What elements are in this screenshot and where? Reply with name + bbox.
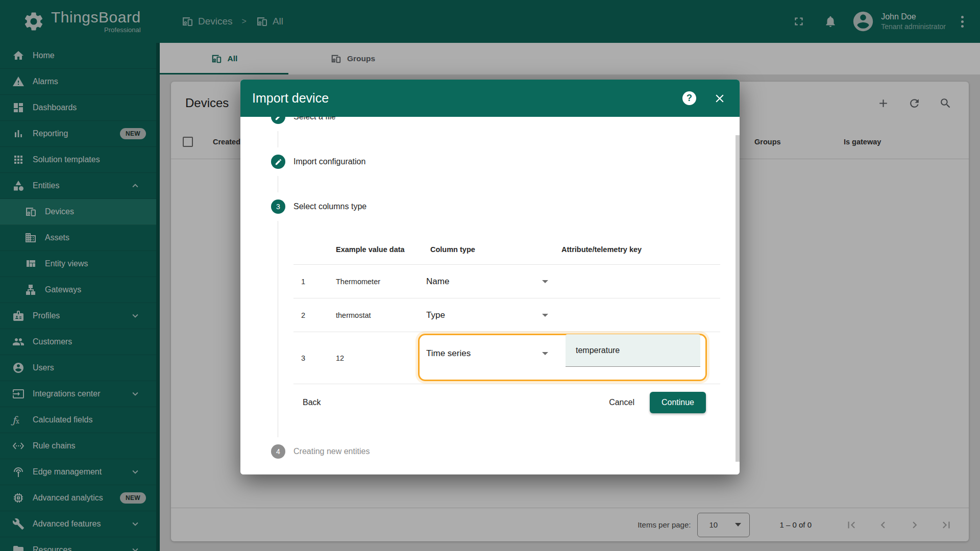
dropdown-arrow-icon [542, 352, 548, 355]
example-value: Thermometer [336, 278, 380, 286]
dialog-actions: Back Cancel Continue [293, 391, 706, 414]
dropdown-arrow-icon [542, 280, 548, 283]
app-root: ThingsBoard Professional Devices > All J… [0, 0, 980, 551]
step-edit-icon [271, 155, 285, 169]
column-type-value: Time series [426, 348, 471, 359]
header-attribute-telemetry-key: Attribute/telemetry key [561, 245, 642, 254]
stepper-connector [278, 221, 278, 437]
columns-type-table-body: 1ThermometerName2thermostatType312Time s… [293, 264, 720, 384]
row-index: 2 [301, 311, 305, 319]
dialog-scrollbar-thumb[interactable] [736, 135, 740, 462]
column-type-value: Name [426, 277, 449, 287]
columns-type-row: 1ThermometerName [293, 264, 720, 298]
step-label: Select a file [293, 117, 336, 121]
step-select-columns-type[interactable]: 3 Select columns type [271, 192, 366, 221]
dialog-header: Import device ? [240, 80, 740, 117]
step-number: 3 [271, 199, 285, 214]
columns-type-table: Example value data Column type Attribute… [293, 234, 720, 384]
stepper-connector [278, 131, 278, 147]
header-column-type: Column type [430, 245, 475, 254]
columns-type-row: 312Time series [293, 332, 720, 384]
columns-type-row: 2thermostatType [293, 298, 720, 332]
step-label: Import configuration [293, 157, 365, 166]
cancel-button[interactable]: Cancel [600, 392, 644, 413]
back-button[interactable]: Back [293, 392, 330, 413]
close-icon[interactable] [713, 92, 726, 105]
column-type-select[interactable]: Name [426, 277, 551, 287]
attribute-telemetry-key-input[interactable] [566, 334, 700, 367]
row-index: 3 [301, 354, 305, 362]
step-creating-new-entities[interactable]: 4 Creating new entities [271, 437, 370, 466]
step-edit-icon [271, 117, 285, 124]
example-value: 12 [336, 354, 344, 362]
column-type-select[interactable]: Time series [426, 348, 551, 359]
step-number: 4 [271, 444, 285, 459]
header-example-value-data: Example value data [336, 245, 405, 254]
dialog-body: Select a file Import configuration 3 Sel… [240, 117, 740, 474]
columns-type-table-header: Example value data Column type Attribute… [293, 234, 720, 264]
example-value: thermostat [336, 311, 371, 319]
step-import-configuration[interactable]: Import configuration [271, 147, 365, 176]
import-device-dialog: Import device ? Select a file Import con… [240, 80, 740, 474]
dropdown-arrow-icon [542, 314, 548, 317]
row-index: 1 [301, 278, 305, 286]
step-label: Creating new entities [293, 447, 370, 456]
step-label: Select columns type [293, 202, 366, 211]
continue-button[interactable]: Continue [650, 392, 706, 413]
dialog-title: Import device [252, 91, 682, 106]
stepper-connector [278, 176, 278, 192]
help-icon[interactable]: ? [682, 91, 696, 105]
column-type-select[interactable]: Type [426, 310, 551, 320]
column-type-value: Type [426, 310, 445, 320]
step-select-a-file[interactable]: Select a file [271, 117, 336, 131]
